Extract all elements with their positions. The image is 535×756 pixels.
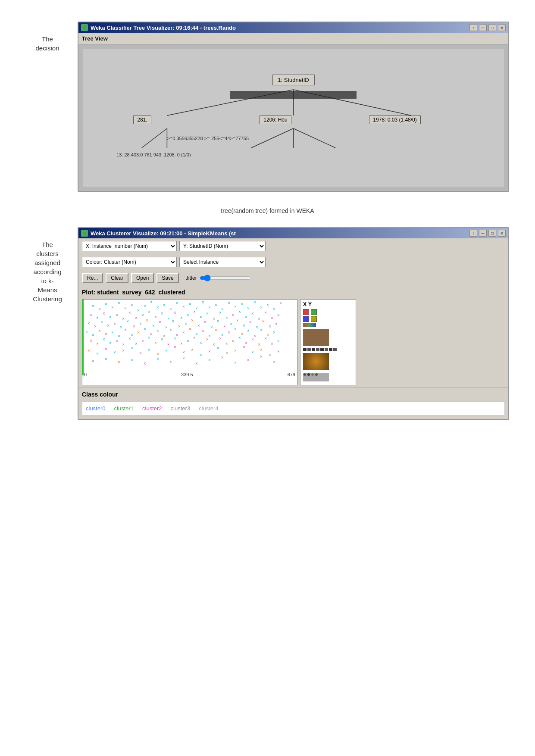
tree-mid-node: 1206: Hou	[260, 116, 291, 124]
svg-text:×: ×	[152, 323, 155, 328]
cluster-titlebar-left: 🌿 Weka Clusterer Visualize: 09:21:00 - S…	[81, 230, 236, 237]
tree-window-controls[interactable]: ↑ ─ □ ✕	[469, 24, 506, 31]
svg-text:×: ×	[232, 313, 235, 318]
svg-text:×: ×	[215, 303, 217, 307]
tree-menu[interactable]: Tree View	[78, 33, 508, 44]
svg-text:×: ×	[234, 327, 237, 331]
cluster-titlebar: 🌿 Weka Clusterer Visualize: 09:21:00 - S…	[78, 228, 508, 238]
clear-button[interactable]: Clear	[106, 273, 128, 283]
tree-close-button[interactable]: ✕	[498, 24, 506, 31]
cluster0-item[interactable]: cluster0	[86, 405, 106, 412]
svg-text:×: ×	[258, 316, 260, 321]
tree-titlebar: 🌿 Weka Classifier Tree Visualizer: 09:16…	[78, 22, 508, 33]
svg-text:×: ×	[245, 315, 247, 319]
tree-root-node: 1: StudnetID	[272, 75, 314, 85]
svg-text:×: ×	[156, 328, 159, 333]
svg-text:×: ×	[156, 357, 159, 362]
cluster-window-title: Weka Clusterer Visualize: 09:21:00 - Sim…	[91, 230, 236, 237]
tree-restore-button[interactable]: □	[488, 24, 496, 31]
y-axis-dropdown[interactable]: Y: StudnetID (Nom)	[179, 241, 266, 251]
jitter-slider[interactable]	[200, 275, 251, 281]
svg-text:×: ×	[208, 305, 211, 310]
tree-minimize-button[interactable]: ─	[479, 24, 487, 31]
svg-text:×: ×	[191, 347, 194, 352]
tree-window: 🌿 Weka Classifier Tree Visualizer: 09:16…	[78, 22, 509, 192]
svg-text:×: ×	[131, 346, 133, 350]
svg-text:×: ×	[273, 307, 275, 312]
svg-text:×: ×	[269, 353, 271, 357]
svg-text:×: ×	[165, 348, 168, 353]
legend-radial-block	[303, 353, 329, 370]
svg-text:×: ×	[172, 319, 174, 324]
svg-text:×: ×	[258, 342, 260, 347]
svg-text:×: ×	[128, 336, 131, 341]
cluster4-item[interactable]: cluster4	[199, 405, 219, 412]
cluster-arrowup-button[interactable]: ↑	[469, 230, 477, 237]
svg-text:×: ×	[169, 328, 172, 332]
cluster-minimize-button[interactable]: ─	[479, 230, 487, 237]
svg-text:×: ×	[111, 305, 114, 310]
cluster3-item[interactable]: cluster3	[171, 405, 191, 412]
scatter-legend[interactable]: X Y	[300, 299, 356, 385]
svg-text:×: ×	[243, 323, 245, 328]
svg-line-8	[294, 128, 336, 148]
svg-text:×: ×	[234, 304, 237, 309]
svg-text:×: ×	[247, 358, 250, 362]
svg-text:×: ×	[243, 345, 245, 350]
svg-text:×: ×	[133, 324, 135, 329]
svg-text:×: ×	[148, 335, 150, 340]
save-button[interactable]: Save	[156, 273, 178, 283]
svg-text:×: ×	[260, 305, 263, 310]
svg-line-4	[142, 128, 167, 148]
svg-text:×: ×	[217, 319, 219, 324]
top-label-line2: decision	[35, 44, 59, 52]
tree-menu-label[interactable]: Tree View	[82, 35, 108, 42]
tree-arrowup-button[interactable]: ↑	[469, 24, 477, 31]
svg-text:×: ×	[144, 304, 146, 309]
svg-text:×: ×	[85, 330, 88, 334]
svg-text:×: ×	[90, 338, 92, 343]
svg-text:×: ×	[118, 360, 120, 365]
re-button[interactable]: Re...	[82, 273, 103, 283]
bottom-section: The clusters assigned according to k- Me…	[26, 227, 509, 420]
svg-text:×: ×	[88, 321, 90, 326]
open-button[interactable]: Open	[131, 273, 154, 283]
svg-text:×: ×	[189, 327, 191, 331]
cluster-window-controls[interactable]: ↑ ─ □ ✕	[469, 230, 506, 237]
colour-dropdown[interactable]: Colour: Cluster (Nom)	[82, 257, 177, 267]
cluster-restore-button[interactable]: □	[488, 230, 496, 237]
svg-text:×: ×	[109, 341, 112, 345]
svg-text:×: ×	[148, 347, 150, 352]
svg-text:×: ×	[234, 348, 237, 353]
svg-text:×: ×	[122, 316, 125, 321]
svg-text:×: ×	[251, 350, 254, 355]
svg-text:×: ×	[135, 316, 138, 320]
cluster1-item[interactable]: cluster1	[114, 405, 134, 412]
svg-text:×: ×	[277, 339, 280, 344]
svg-text:×: ×	[174, 336, 176, 341]
cluster-close-button[interactable]: ✕	[498, 230, 506, 237]
svg-text:×: ×	[120, 325, 122, 330]
svg-text:×: ×	[144, 327, 146, 331]
svg-text:×: ×	[225, 316, 228, 320]
tree-left-node: 281.	[133, 116, 151, 124]
x-axis-dropdown[interactable]: X: Instance_number (Num)	[82, 241, 177, 251]
select-instance-dropdown[interactable]: Select Instance	[179, 257, 266, 267]
svg-text:×: ×	[98, 328, 101, 333]
svg-text:×: ×	[221, 333, 224, 337]
svg-text:×: ×	[221, 307, 224, 312]
svg-text:×: ×	[210, 325, 213, 330]
svg-text:×: ×	[225, 351, 228, 356]
tree-canvas: 1: StudnetID 281. 1206: Hou 1978: 0.03 (…	[83, 49, 504, 187]
svg-text:×: ×	[225, 341, 228, 346]
svg-text:×: ×	[137, 308, 140, 313]
svg-text:×: ×	[128, 310, 131, 315]
top-label-line1: The	[42, 35, 53, 43]
svg-text:×: ×	[256, 325, 258, 330]
svg-text:×: ×	[253, 301, 256, 305]
axis-min-label: 0	[84, 372, 87, 377]
cluster2-item[interactable]: cluster2	[142, 405, 162, 412]
svg-text:×: ×	[215, 328, 217, 332]
svg-text:×: ×	[116, 339, 118, 344]
top-section: The decision 🌿 Weka Classifier Tree Visu…	[26, 22, 509, 192]
